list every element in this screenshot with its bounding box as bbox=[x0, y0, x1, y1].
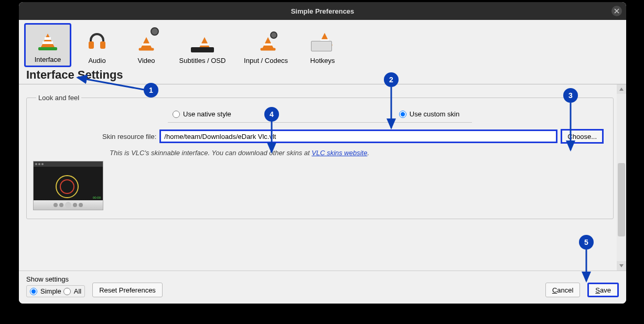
settings-pane-wrap: Look and feel Use native style Use custo… bbox=[19, 84, 626, 271]
annotation-badge-4: 4 bbox=[264, 107, 279, 122]
radio-label: Use native style bbox=[183, 110, 231, 118]
tab-input-codecs[interactable]: Input / Codecs bbox=[235, 23, 297, 67]
heading-row: Interface Settings bbox=[19, 67, 626, 84]
scroll-up-button[interactable] bbox=[617, 84, 626, 94]
radio-label: Simple bbox=[40, 287, 61, 295]
radio-label: All bbox=[74, 287, 81, 295]
tab-audio[interactable]: Audio bbox=[73, 23, 121, 67]
tab-label: Hotkeys bbox=[310, 57, 335, 64]
tab-label: Audio bbox=[88, 57, 105, 64]
content-area: Interface Audio Video bbox=[19, 20, 626, 304]
headphones-icon bbox=[88, 26, 106, 56]
native-style-radio[interactable]: Use native style bbox=[173, 110, 231, 118]
annotation-badge-5: 5 bbox=[579, 235, 594, 250]
page-heading: Interface Settings bbox=[26, 68, 619, 82]
codecs-icon bbox=[254, 26, 277, 56]
look-and-feel-group: Look and feel Use native style Use custo… bbox=[26, 94, 614, 219]
tab-hotkeys[interactable]: Hotkeys bbox=[299, 23, 346, 67]
close-icon bbox=[614, 8, 619, 14]
chevron-down-icon bbox=[619, 264, 624, 267]
look-and-feel-legend: Look and feel bbox=[36, 94, 81, 102]
annotation-badge-2: 2 bbox=[384, 72, 399, 87]
settings-pane: Look and feel Use native style Use custo… bbox=[19, 84, 617, 271]
skin-preview-thumbnail: 00:00 bbox=[33, 161, 103, 210]
custom-skin-input[interactable] bbox=[399, 111, 406, 118]
skin-hint: This is VLC's skinnable interface. You c… bbox=[110, 149, 604, 157]
annotation-badge-1: 1 bbox=[144, 83, 158, 98]
custom-skin-radio[interactable]: Use custom skin bbox=[399, 110, 459, 118]
save-button[interactable]: Save bbox=[587, 283, 619, 297]
clapper-icon bbox=[135, 26, 158, 56]
subtitles-icon bbox=[191, 26, 214, 56]
annotation-badge-3: 3 bbox=[563, 88, 578, 103]
chevron-up-icon bbox=[619, 88, 624, 91]
native-style-input[interactable] bbox=[173, 111, 180, 118]
hotkeys-icon bbox=[311, 26, 334, 56]
titlebar: Simple Preferences bbox=[19, 2, 626, 20]
show-settings-label: Show settings bbox=[26, 275, 85, 283]
reset-preferences-button[interactable]: Reset Preferences bbox=[92, 283, 163, 297]
skin-file-row: Skin resource file: Choose... bbox=[102, 129, 604, 144]
tab-label: Interface bbox=[35, 56, 61, 63]
hint-prefix: This is VLC's skinnable interface. You c… bbox=[110, 149, 312, 157]
window-title: Simple Preferences bbox=[291, 7, 355, 15]
vertical-scrollbar[interactable] bbox=[617, 84, 626, 271]
skins-website-link[interactable]: VLC skins website bbox=[312, 149, 367, 157]
tab-video[interactable]: Video bbox=[123, 23, 170, 67]
show-all-input[interactable] bbox=[63, 288, 71, 295]
cancel-button[interactable]: Cancel bbox=[545, 283, 580, 297]
skin-file-input[interactable] bbox=[159, 129, 557, 143]
show-settings-group: Show settings Simple All bbox=[26, 275, 85, 297]
tab-interface[interactable]: Interface bbox=[24, 23, 71, 67]
category-tabs: Interface Audio Video bbox=[19, 20, 626, 67]
separator bbox=[168, 122, 472, 123]
bottom-bar: Show settings Simple All Reset Preferenc… bbox=[19, 271, 626, 304]
tab-label: Video bbox=[137, 57, 155, 64]
close-button[interactable] bbox=[611, 6, 622, 16]
hint-suffix: . bbox=[367, 149, 369, 157]
cone-icon bbox=[37, 27, 58, 55]
radio-label: Use custom skin bbox=[410, 110, 459, 118]
tab-label: Subtitles / OSD bbox=[179, 57, 226, 64]
skin-file-label: Skin resource file: bbox=[102, 133, 156, 141]
scrollbar-thumb[interactable] bbox=[618, 163, 625, 236]
tab-label: Input / Codecs bbox=[244, 57, 288, 64]
tab-subtitles[interactable]: Subtitles / OSD bbox=[172, 23, 233, 67]
show-all-radio[interactable]: All bbox=[63, 287, 81, 295]
preferences-window: Simple Preferences Interface Audio bbox=[19, 2, 626, 304]
choose-button[interactable]: Choose... bbox=[561, 129, 604, 144]
show-simple-input[interactable] bbox=[30, 288, 37, 295]
scroll-down-button[interactable] bbox=[617, 261, 626, 271]
style-radio-row: Use native style Use custom skin bbox=[36, 110, 604, 118]
show-simple-radio[interactable]: Simple bbox=[30, 287, 61, 295]
